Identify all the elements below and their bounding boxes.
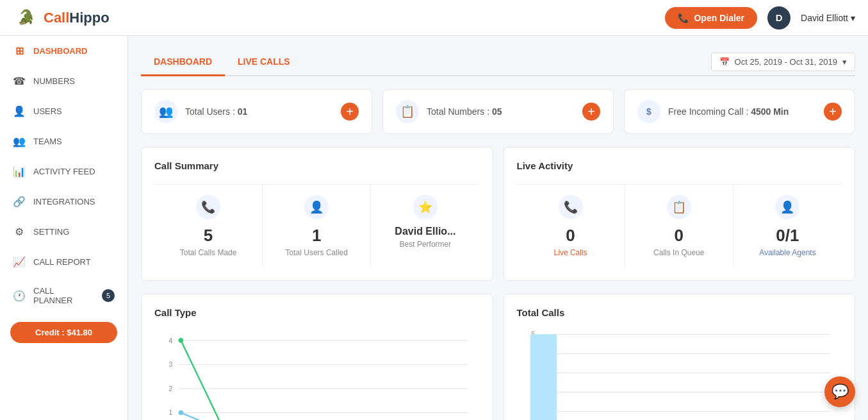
add-numbers-button[interactable]: +: [582, 103, 600, 121]
tabs-bar: DASHBOARD LIVE CALLS 📅 Oct 25, 2019 - Oc…: [141, 49, 855, 76]
available-agents-cell: 👤 0/1 Available Agents: [733, 185, 842, 267]
call-planner-icon: 🕐: [13, 290, 26, 302]
svg-text:🐊: 🐊: [17, 8, 35, 26]
tabs-left: DASHBOARD LIVE CALLS: [141, 49, 303, 75]
live-calls-value: 0: [523, 226, 618, 246]
sidebar-item-label: TEAMS: [33, 137, 62, 146]
best-performer-label: Best Performer: [377, 240, 473, 249]
credit-button[interactable]: Credit : $41.80: [10, 322, 117, 343]
sidebar-item-label: USERS: [33, 106, 62, 116]
dashboard-icon: ⊞: [13, 45, 26, 57]
topnav: 🐊 CallHippo 📞 Open Dialer D David Elliot…: [0, 0, 868, 36]
sidebar-item-call-report[interactable]: 📈 CALL REPORT: [0, 247, 127, 277]
svg-text:2: 2: [168, 385, 172, 392]
sidebar-item-setting[interactable]: ⚙ SETTING: [0, 217, 127, 247]
layout: ⊞ DASHBOARD ☎ NUMBERS 👤 USERS 👥 TEAMS 📊 …: [0, 36, 868, 420]
live-grid: 📞 0 Live Calls 📋 0 Calls In Queue 👤 0/1 …: [517, 184, 842, 267]
users-icon: 👤: [13, 105, 26, 117]
phone-icon: 📞: [678, 13, 689, 23]
best-performer-icon: ⭐: [413, 195, 438, 219]
user-name-menu[interactable]: David Elliott ▾: [801, 13, 855, 23]
sidebar: ⊞ DASHBOARD ☎ NUMBERS 👤 USERS 👥 TEAMS 📊 …: [0, 36, 128, 420]
stat-card-total-numbers: 📋 Total Numbers : 05 +: [382, 89, 614, 134]
sidebar-item-teams[interactable]: 👥 TEAMS: [0, 126, 127, 156]
summary-cell-users-called: 👤 1 Total Users Called: [263, 185, 371, 267]
sidebar-item-numbers[interactable]: ☎ NUMBERS: [0, 66, 127, 96]
numbers-stat-icon: 📋: [396, 100, 419, 123]
queue-value: 0: [632, 226, 726, 246]
sidebar-item-label: NUMBERS: [33, 76, 75, 86]
call-report-icon: 📈: [13, 256, 26, 268]
numbers-icon: ☎: [13, 75, 26, 87]
user-avatar: D: [767, 6, 790, 29]
tab-dashboard[interactable]: DASHBOARD: [141, 49, 225, 76]
queue-icon: 📋: [667, 195, 691, 219]
sidebar-item-integrations[interactable]: 🔗 INTEGRATIONS: [0, 187, 127, 217]
topnav-right: 📞 Open Dialer D David Elliott ▾: [665, 6, 855, 29]
users-called-label: Total Users Called: [269, 248, 364, 257]
panels-row: Call Summary 📞 5 Total Calls Made 👤 1 To…: [141, 147, 855, 281]
chevron-down-icon: ▾: [842, 57, 847, 67]
logo-text: CallHippo: [44, 10, 110, 26]
sidebar-item-activity-feed[interactable]: 📊 ACTIVITY FEED: [0, 156, 127, 187]
svg-text:1: 1: [168, 409, 172, 416]
sidebar-item-dashboard[interactable]: ⊞ DASHBOARD: [0, 36, 127, 66]
add-users-button[interactable]: +: [341, 103, 359, 121]
call-type-chart: 4 3 2 1 0 25 Oct 26 Oct 27 Oct 28 Oct 29…: [154, 324, 480, 420]
svg-rect-46: [530, 334, 556, 420]
chat-bubble-button[interactable]: 💬: [824, 376, 855, 407]
live-activity-panel: Live Activity 📞 0 Live Calls 📋 0 Calls I…: [504, 147, 856, 281]
queue-label: Calls In Queue: [632, 248, 726, 257]
setting-icon: ⚙: [13, 226, 26, 238]
sidebar-item-label: DASHBOARD: [33, 46, 88, 56]
call-planner-badge: 5: [102, 289, 115, 302]
calls-made-label: Total Calls Made: [161, 248, 256, 257]
chat-icon: 💬: [831, 383, 849, 400]
integrations-icon: 🔗: [13, 196, 26, 208]
sidebar-item-label: CALL REPORT: [33, 257, 91, 267]
best-performer-value: David Ellio...: [377, 226, 473, 237]
main-content: DASHBOARD LIVE CALLS 📅 Oct 25, 2019 - Oc…: [128, 36, 868, 420]
svg-point-26: [179, 410, 184, 416]
open-dialer-label: Open Dialer: [694, 13, 744, 23]
stat-card-total-users: 👥 Total Users : 01 +: [141, 89, 372, 134]
stat-value-incoming: 4500 Min: [751, 106, 789, 117]
live-activity-title: Live Activity: [517, 160, 842, 171]
stat-label-incoming: Free Incoming Call : 4500 Min: [668, 106, 789, 117]
users-called-value: 1: [269, 226, 364, 246]
stat-label-numbers: Total Numbers : 05: [427, 106, 502, 117]
live-calls-cell: 📞 0 Live Calls: [517, 185, 625, 267]
live-calls-label: Live Calls: [523, 248, 618, 257]
charts-row: Call Type 4 3 2 1 0: [141, 294, 855, 420]
open-dialer-button[interactable]: 📞 Open Dialer: [665, 7, 757, 29]
calls-made-icon: 📞: [196, 195, 220, 219]
sidebar-item-label: CALL PLANNER: [33, 286, 94, 305]
stat-card-left: 👥 Total Users : 01: [154, 100, 247, 123]
users-called-icon: 👤: [304, 195, 329, 219]
svg-point-19: [179, 338, 184, 343]
tab-live-calls[interactable]: LIVE CALLS: [225, 49, 303, 76]
stat-label-users: Total Users : 01: [185, 106, 247, 117]
logo: 🐊 CallHippo: [13, 5, 110, 31]
add-incoming-button[interactable]: +: [824, 103, 842, 121]
users-stat-icon: 👥: [154, 100, 177, 123]
incoming-stat-icon: $: [637, 100, 660, 123]
call-type-title: Call Type: [154, 307, 480, 318]
total-calls-chart: 5 4 3 2 1 0 25 Oct 26 Oct 27 Oct 28 Oct …: [517, 324, 842, 420]
user-name-text: David Elliott: [801, 13, 848, 23]
stat-card-free-incoming: $ Free Incoming Call : 4500 Min +: [624, 89, 855, 134]
calls-made-value: 5: [161, 226, 256, 246]
stat-cards-row: 👥 Total Users : 01 + 📋 Total Numbers : 0…: [141, 89, 855, 134]
date-range-picker[interactable]: 📅 Oct 25, 2019 - Oct 31, 2019 ▾: [711, 53, 855, 71]
logo-icon: 🐊: [13, 5, 38, 31]
sidebar-item-label: INTEGRATIONS: [33, 197, 95, 206]
summary-cell-total-calls: 📞 5 Total Calls Made: [154, 185, 263, 267]
live-calls-icon: 📞: [559, 195, 583, 219]
date-range-text: Oct 25, 2019 - Oct 31, 2019: [735, 57, 837, 67]
sidebar-item-users[interactable]: 👤 USERS: [0, 96, 127, 126]
call-type-chart-panel: Call Type 4 3 2 1 0: [141, 294, 493, 420]
sidebar-item-label: SETTING: [33, 227, 69, 237]
sidebar-item-call-planner[interactable]: 🕐 CALL PLANNER 5: [0, 277, 127, 314]
sidebar-item-label: ACTIVITY FEED: [33, 167, 95, 176]
calls-in-queue-cell: 📋 0 Calls In Queue: [625, 185, 733, 267]
